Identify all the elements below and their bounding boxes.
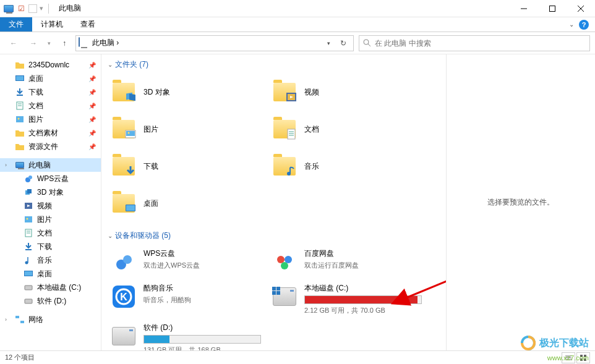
sidebar-item-3d[interactable]: 3D 对象	[0, 185, 101, 199]
sidebar-item-pictures[interactable]: 图片	[0, 213, 101, 226]
svg-rect-60	[276, 291, 280, 295]
group-header-devices[interactable]: ⌄ 设备和驱动器 (5)	[108, 231, 440, 241]
folder-item[interactable]: 文档	[268, 112, 423, 146]
sidebar-item-folder[interactable]: 资源文件📌	[0, 140, 101, 153]
kugou-icon: K	[110, 283, 137, 310]
ribbon-tab-file[interactable]: 文件	[0, 17, 32, 32]
titlebar: ☑ ▾ 此电脑	[0, 0, 595, 17]
ribbon-tab-view[interactable]: 查看	[72, 17, 104, 32]
drive-item[interactable]: 软件 (D:)131 GB 可用，共 168 GB	[108, 320, 262, 350]
svg-rect-7	[16, 76, 24, 80]
sidebar-item-folder[interactable]: 2345Downlc📌	[0, 58, 101, 72]
svg-rect-12	[16, 116, 24, 122]
address-pc-icon	[79, 38, 90, 49]
preview-pane: 选择要预览的文件。	[447, 54, 595, 350]
svg-point-53	[281, 262, 288, 269]
sidebar-item-pc[interactable]: ›此电脑	[0, 158, 101, 172]
sidebar-item-downloads[interactable]: 下载	[0, 240, 101, 253]
navbar: ← → ▾ ↑ 此电脑 › ▾ ↻	[0, 32, 595, 54]
minimize-button[interactable]	[510, 0, 538, 17]
drive-item[interactable]: WPS云盘双击进入WPS云盘	[108, 246, 262, 278]
wps-icon	[110, 248, 137, 276]
close-button[interactable]	[567, 0, 595, 17]
address-refresh-button[interactable]: ↻	[336, 36, 351, 51]
chevron-right-icon[interactable]: ›	[5, 316, 7, 323]
group-folders-label: 文件夹 (7)	[115, 59, 148, 70]
svg-rect-32	[15, 316, 19, 318]
window-pc-icon	[4, 4, 14, 14]
help-icon[interactable]: ?	[579, 20, 589, 30]
sidebar-item-label: WPS云盘	[37, 174, 69, 184]
folder-item[interactable]: 3D 对象	[108, 75, 262, 109]
svg-point-51	[277, 256, 285, 263]
folder-item[interactable]: 桌面	[108, 186, 262, 221]
sidebar-item-desktop[interactable]: 桌面	[0, 267, 101, 281]
folder-item[interactable]: 视频	[268, 75, 423, 109]
svg-line-5	[368, 44, 370, 46]
status-bar: 12 个项目	[0, 350, 595, 364]
sidebar-item-label: 2345Downlc	[28, 61, 69, 69]
drive-item[interactable]: 本地磁盘 (C:)2.12 GB 可用，共 70.0 GB	[268, 281, 423, 318]
sidebar-item-music[interactable]: 音乐	[0, 253, 101, 267]
sidebar-item-disk[interactable]: 软件 (D:)	[0, 294, 101, 308]
sidebar-item-documents[interactable]: 文档📌	[0, 99, 101, 112]
folder-name: 文档	[304, 124, 319, 135]
search-box[interactable]	[359, 35, 590, 51]
drive-item[interactable]: 百度网盘双击运行百度网盘	[268, 246, 423, 278]
sidebar-item-label: 下载	[37, 242, 52, 252]
status-item-count: 12 个项目	[5, 353, 35, 362]
sidebar-item-pictures[interactable]: 图片📌	[0, 112, 101, 126]
drive-item[interactable]: K酷狗音乐听音乐，用酷狗	[108, 281, 262, 318]
svg-rect-29	[25, 271, 32, 276]
folder-name: 下载	[143, 161, 158, 172]
pictures-icon	[15, 114, 25, 124]
music-icon	[271, 153, 298, 180]
qat-dropdown-icon[interactable]	[28, 4, 37, 13]
address-dropdown-icon[interactable]: ▾	[321, 36, 336, 51]
sidebar-item-label: 图片	[28, 114, 43, 125]
svg-rect-35	[129, 93, 135, 101]
folder-item[interactable]: 音乐	[268, 149, 423, 184]
sidebar-item-network[interactable]: ›网络	[0, 313, 101, 326]
nav-forward-button[interactable]: →	[25, 35, 42, 52]
group-header-folders[interactable]: ⌄ 文件夹 (7)	[108, 59, 440, 70]
nav-recent-dropdown[interactable]: ▾	[45, 35, 53, 52]
drive-subtitle: 131 GB 可用，共 168 GB	[143, 345, 261, 350]
svg-point-46	[287, 172, 291, 176]
pictures-icon	[24, 214, 33, 224]
ribbon-expand-icon[interactable]: ⌄	[569, 21, 574, 28]
svg-point-52	[285, 256, 292, 263]
address-path[interactable]: 此电脑 ›	[92, 38, 321, 48]
drive-subtitle: 双击运行百度网盘	[304, 261, 421, 270]
maximize-button[interactable]	[538, 0, 567, 17]
sidebar-item-documents[interactable]: 文档	[0, 226, 101, 240]
sidebar-item-label: 3D 对象	[37, 187, 64, 198]
folder-item[interactable]: 下载	[108, 149, 262, 184]
svg-point-21	[27, 218, 28, 220]
sidebar-item-folder[interactable]: 文档素材📌	[0, 126, 101, 140]
drive-usage-bar	[143, 335, 261, 344]
qat-checkbox-icon[interactable]: ☑	[16, 4, 26, 14]
wps-icon	[24, 174, 33, 184]
svg-rect-42	[288, 129, 295, 139]
address-bar[interactable]: 此电脑 › ▾ ↻	[75, 35, 354, 51]
search-input[interactable]	[375, 39, 586, 48]
sidebar-item-disk[interactable]: 本地磁盘 (C:)	[0, 281, 101, 294]
chevron-right-icon[interactable]: ›	[5, 162, 7, 168]
disk-icon	[24, 282, 33, 292]
sidebar-item-videos[interactable]: 视频	[0, 199, 101, 213]
desktop-icon	[15, 74, 25, 83]
svg-rect-59	[272, 291, 276, 295]
folder-item[interactable]: 图片	[108, 112, 262, 146]
nav-up-button[interactable]: ↑	[56, 35, 73, 52]
pictures-icon	[110, 116, 137, 143]
pin-icon: 📌	[88, 75, 96, 82]
pc-icon	[15, 160, 25, 170]
sidebar-item-desktop[interactable]: 桌面📌	[0, 72, 101, 85]
svg-point-15	[28, 176, 32, 179]
sidebar-item-downloads[interactable]: 下载📌	[0, 85, 101, 99]
nav-back-button[interactable]: ←	[5, 35, 22, 52]
ribbon-tab-computer[interactable]: 计算机	[32, 17, 72, 32]
sidebar-item-wps[interactable]: WPS云盘	[0, 172, 101, 185]
sidebar-item-label: 此电脑	[28, 160, 51, 171]
